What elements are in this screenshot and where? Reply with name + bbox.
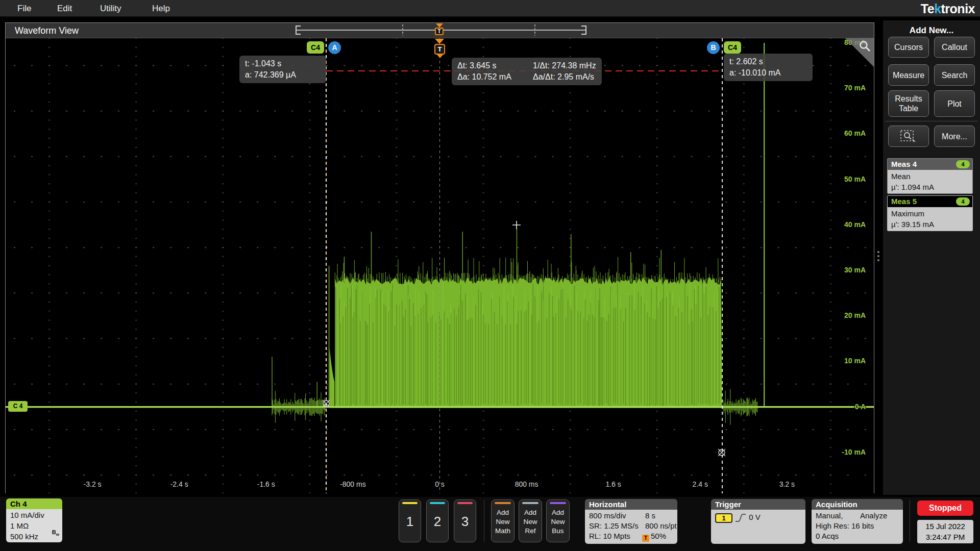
delta-amplitude: Δa: 10.752 mA	[457, 71, 533, 83]
cursor-a-channel-badge[interactable]: C4	[307, 41, 324, 54]
x-axis-label: 3.2 s	[764, 480, 810, 488]
meas5-source-badge: 4	[956, 197, 970, 206]
cursor-b-intersect-icon	[717, 448, 726, 457]
cursor-delta-readout: Δt: 3.645 s 1/Δt: 274.38 mHz Δa: 10.752 …	[452, 58, 602, 85]
x-axis-label: -2.4 s	[156, 480, 202, 488]
meas4-type: Mean	[891, 171, 969, 182]
y-axis-label: -10 mA	[830, 448, 866, 456]
add-callout-button[interactable]: Callout	[934, 37, 975, 58]
y-axis-label: 30 mA	[830, 266, 866, 274]
cursor-a-line[interactable]	[326, 38, 327, 493]
panel-splitter-handle[interactable]	[877, 249, 880, 266]
zoom-select-icon	[900, 129, 917, 143]
measurement-badge-meas4[interactable]: Meas 4 4 Mean µ': 1.094 mA	[887, 158, 973, 194]
cursor-b-channel-badge[interactable]: C4	[724, 41, 741, 54]
meas4-name: Meas 4	[891, 160, 917, 168]
cursor-a-time: t: -1.043 s	[245, 58, 321, 69]
trigger-badge[interactable]: T	[434, 44, 445, 55]
channel1-button[interactable]: 1	[399, 499, 421, 542]
bottom-bar: Ch 4 10 mA/div 1 MΩ 500 kHz Bw 1 2 3 Add…	[0, 497, 980, 551]
channel2-button[interactable]: 2	[426, 499, 449, 542]
meas5-value: µ': 39.15 mA	[891, 219, 969, 230]
add-results-table-button[interactable]: Results Table	[888, 90, 929, 117]
add-more-button[interactable]: More...	[934, 126, 975, 147]
add-new-bus-button[interactable]: Add New Bus	[546, 499, 570, 542]
menu-utility[interactable]: Utility	[100, 4, 121, 14]
add-measure-button[interactable]: Measure	[888, 64, 929, 86]
trigger-badge-panel[interactable]: Trigger 1 0 V	[711, 499, 805, 544]
horizontal-title: Horizontal	[585, 499, 677, 510]
channel2-label: 2	[434, 514, 441, 529]
bus-color-stripe	[550, 502, 566, 504]
trigger-arrow-icon[interactable]	[435, 39, 444, 44]
x-axis-label: 1.6 s	[591, 480, 636, 488]
channel3-button[interactable]: 3	[454, 499, 476, 542]
x-axis-label: -800 ms	[330, 480, 376, 488]
delta-slope: Δa/Δt: 2.95 mA/s	[533, 71, 594, 83]
waveform-view-titlebar: Waveform View T	[6, 23, 874, 38]
channel3-color-stripe	[457, 502, 473, 504]
y-axis-label: 0 A	[830, 403, 866, 411]
add-new-bus-label: Add New Bus	[551, 509, 565, 535]
trigger-source-badge: 1	[715, 513, 732, 523]
trigger-position-percent: T50%	[642, 532, 666, 542]
cursor-a-readout: t: -1.043 s a: 742.369 µA	[239, 56, 326, 83]
channel4-scale: 10 mA/div	[10, 510, 62, 520]
measurement-badge-meas5[interactable]: Meas 5 4 Maximum µ': 39.15 mA	[887, 195, 973, 231]
menu-file[interactable]: File	[17, 4, 31, 14]
overview-trigger-arrow-icon[interactable]	[436, 23, 443, 28]
maximum-marker-icon	[512, 220, 521, 230]
sample-rate: SR: 1.25 MS/s	[589, 521, 639, 530]
panel-title: Waveform View	[15, 26, 79, 36]
trigger-title: Trigger	[711, 499, 805, 510]
add-plot-button[interactable]: Plot	[934, 90, 975, 117]
overview-left-bracket	[296, 26, 301, 35]
add-new-math-label: Add New Math	[495, 509, 510, 535]
sidebar-add-new: Add New... Cursors Callout Measure Searc…	[883, 20, 980, 495]
bandwidth-limit-icon: Bw	[52, 527, 59, 540]
channel4-name: Ch 4	[6, 498, 62, 509]
add-cursors-button[interactable]: Cursors	[888, 37, 929, 58]
meas5-name: Meas 5	[891, 197, 917, 206]
trigger-position-line[interactable]	[439, 38, 440, 493]
x-axis-label: 0 s	[417, 480, 463, 488]
math-color-stripe	[495, 502, 511, 504]
x-axis-label: 2.4 s	[677, 480, 723, 488]
menu-bar: File Edit Utility Help Tektronix	[0, 0, 980, 17]
cursor-a-badge[interactable]: A	[328, 41, 341, 54]
cursor-b-line[interactable]	[722, 38, 723, 493]
add-new-ref-button[interactable]: Add New Ref	[519, 499, 542, 542]
overview-cursor-b-tick	[534, 24, 535, 36]
channel4-badge[interactable]: Ch 4 10 mA/div 1 MΩ 500 kHz Bw	[6, 498, 62, 542]
horizontal-badge[interactable]: Horizontal 800 ms/div 8 s SR: 1.25 MS/s …	[585, 499, 677, 544]
sidebar-title: Add New...	[883, 26, 980, 36]
horizontal-position-overview[interactable]: T	[296, 23, 586, 38]
add-search-button[interactable]: Search	[934, 64, 975, 86]
acquisition-resolution: High Res: 16 bits	[816, 521, 874, 530]
acquisition-count: 0 Acqs	[816, 532, 839, 540]
magnifier-icon	[859, 40, 871, 53]
channel1-color-stripe	[402, 502, 418, 504]
rising-edge-icon	[734, 513, 747, 523]
add-new-math-button[interactable]: Add New Math	[491, 499, 514, 542]
run-stop-status-button[interactable]: Stopped	[917, 500, 973, 516]
menu-edit[interactable]: Edit	[57, 4, 72, 14]
acquisition-badge[interactable]: Acquisition Manual, Analyze High Res: 16…	[812, 499, 903, 544]
channel2-color-stripe	[430, 502, 445, 504]
cursor-b-badge[interactable]: B	[707, 41, 720, 54]
overview-trigger-badge[interactable]: T	[435, 28, 444, 35]
y-axis-label: 10 mA	[830, 357, 866, 365]
channel4-ground-marker[interactable]: C 4	[8, 401, 28, 412]
cursor-a-intersect-icon	[322, 399, 331, 408]
cursor-b-amplitude: a: -10.010 mA	[729, 67, 807, 79]
cursor-b-readout: t: 2.602 s a: -10.010 mA	[724, 54, 813, 81]
channel1-label: 1	[406, 514, 413, 529]
zoom-select-button[interactable]	[888, 126, 929, 147]
y-axis-label: 40 mA	[830, 220, 866, 229]
graticule: T C4 A B C4 t: -1.043 s a: 742.369 µA Δt…	[6, 38, 874, 493]
x-axis-label: 800 ms	[504, 480, 550, 488]
trigger-level: 0 V	[749, 513, 761, 521]
acquisition-title: Acquisition	[812, 499, 903, 510]
menu-help[interactable]: Help	[152, 4, 170, 14]
record-length: RL: 10 Mpts	[589, 532, 630, 540]
